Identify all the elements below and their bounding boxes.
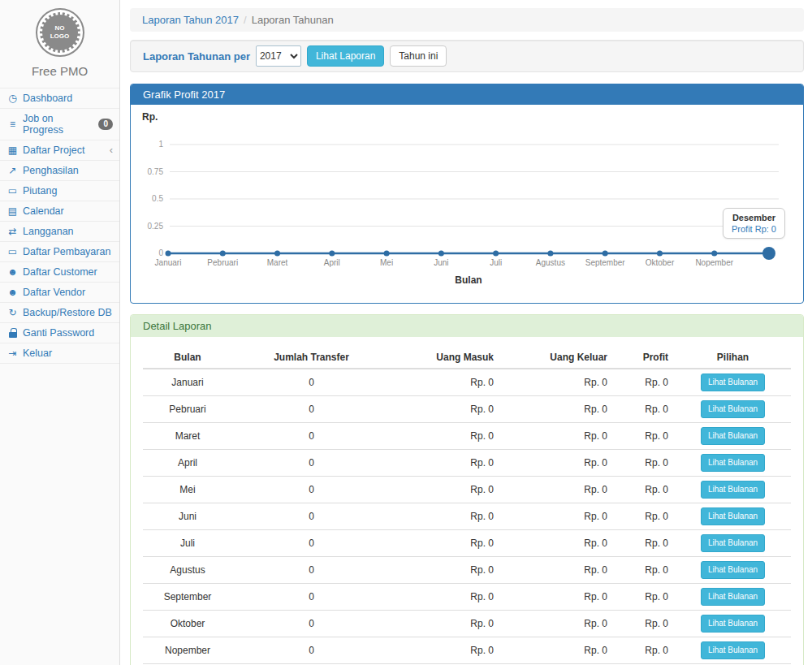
cell-uang-masuk: Rp. 0 (391, 423, 500, 450)
cell-pilihan: Lihat Bulanan (675, 396, 791, 423)
no-logo-badge: NO LOGO (40, 12, 80, 53)
sidebar-item-job-on-progress[interactable]: ≡Job on Progress0 (0, 108, 119, 140)
svg-text:0.5: 0.5 (152, 194, 163, 203)
lihat-laporan-button[interactable]: Lihat Laporan (307, 45, 384, 67)
lihat-bulanan-button[interactable]: Lihat Bulanan (701, 507, 765, 525)
sidebar-item-label: Ganti Password (23, 327, 113, 339)
table-row: Nopember0Rp. 0Rp. 0Rp. 0Lihat Bulanan (143, 637, 791, 664)
sidebar-item-label: Piutang (23, 185, 113, 196)
table-row: Juni0Rp. 0Rp. 0Rp. 0Lihat Bulanan (143, 503, 791, 530)
breadcrumb-link[interactable]: Laporan Tahun 2017 (142, 14, 239, 26)
cell-pilihan: Lihat Bulanan (675, 637, 791, 664)
lihat-bulanan-button[interactable]: Lihat Bulanan (701, 561, 765, 579)
count-badge: 0 (98, 119, 113, 130)
cell-uang-masuk: Rp. 0 (391, 530, 500, 557)
cell-uang-keluar: Rp. 0 (500, 396, 614, 423)
sidebar-item-piutang[interactable]: ▭Piutang (0, 180, 119, 201)
svg-text:0.75: 0.75 (148, 167, 164, 176)
column-header-jumlah-transfer: Jumlah Transfer (232, 347, 391, 369)
sidebar-item-calendar[interactable]: ▤Calendar (0, 201, 119, 221)
lihat-bulanan-button[interactable]: Lihat Bulanan (701, 641, 765, 659)
lihat-bulanan-button[interactable]: Lihat Bulanan (701, 374, 765, 391)
cell-uang-keluar: Rp. 0 (500, 584, 614, 611)
cell-pilihan: Lihat Bulanan (675, 369, 791, 396)
lihat-bulanan-button[interactable]: Lihat Bulanan (701, 615, 765, 633)
sidebar-item-label: Dashboard (23, 93, 113, 104)
lihat-bulanan-button[interactable]: Lihat Bulanan (701, 454, 765, 472)
cell-profit: Rp. 0 (614, 584, 675, 611)
refresh-icon: ↻ (6, 307, 19, 318)
year-select[interactable]: 2017 (256, 45, 301, 67)
table-row: Pebruari0Rp. 0Rp. 0Rp. 0Lihat Bulanan (143, 396, 791, 423)
table-row: April0Rp. 0Rp. 0Rp. 0Lihat Bulanan (143, 450, 791, 477)
cell-profit: Rp. 0 (614, 369, 675, 396)
cell-profit: Rp. 0 (614, 530, 675, 557)
lihat-bulanan-button[interactable]: Lihat Bulanan (701, 481, 765, 499)
cell-jumlah-transfer: 0 (232, 423, 391, 450)
money-icon: ▭ (6, 246, 19, 257)
sidebar-menu: ◷Dashboard≡Job on Progress0▦Daftar Proje… (0, 88, 119, 364)
svg-text:0: 0 (158, 248, 163, 257)
cell-jumlah-transfer: 0 (232, 450, 391, 477)
filter-label: Laporan Tahunan per (143, 50, 250, 63)
cell-jumlah-transfer: 0 (232, 503, 391, 530)
sidebar-item-daftar-pembayaran[interactable]: ▭Daftar Pembayaran (0, 241, 119, 261)
cell-profit: Rp. 0 (614, 477, 675, 503)
table-row: Oktober0Rp. 0Rp. 0Rp. 0Lihat Bulanan (143, 611, 791, 637)
table-row: Juli0Rp. 0Rp. 0Rp. 0Lihat Bulanan (143, 530, 791, 557)
svg-text:Bulan: Bulan (455, 274, 482, 286)
main-content: Laporan Tahun 2017/Laporan Tahunan Lapor… (120, 0, 812, 665)
sidebar-item-daftar-project[interactable]: ▦Daftar Project‹ (0, 140, 119, 160)
sidebar-item-keluar[interactable]: ⇥Keluar (0, 343, 119, 364)
cell-uang-masuk: Rp. 0 (391, 557, 500, 584)
sidebar-item-daftar-customer[interactable]: ☻Daftar Customer (0, 261, 119, 282)
tooltip-value: Profit Rp: 0 (732, 224, 776, 234)
cell-bulan: Juli (143, 530, 232, 557)
sidebar-item-backup-restore-db[interactable]: ↻Backup/Restore DB (0, 302, 119, 322)
cell-bulan: September (143, 584, 232, 611)
lihat-bulanan-button[interactable]: Lihat Bulanan (701, 534, 765, 552)
sidebar-item-langganan[interactable]: ⇄Langganan (0, 221, 119, 241)
cell-bulan: Juni (143, 503, 232, 530)
sidebar-item-label: Backup/Restore DB (23, 307, 113, 318)
sidebar-item-label: Calendar (23, 205, 113, 217)
tooltip-title: Desember (732, 213, 776, 222)
breadcrumb-separator: / (239, 14, 252, 26)
money-icon: ▭ (6, 185, 19, 196)
chevron-left-icon: ‹ (110, 145, 113, 155)
column-header-uang-keluar: Uang Keluar (500, 347, 614, 369)
cell-bulan: Agustus (143, 557, 232, 584)
sign-out-icon: ⇥ (6, 348, 19, 359)
tahun-ini-button[interactable]: Tahun ini (390, 45, 447, 67)
svg-text:Mei: Mei (380, 258, 393, 267)
sidebar-item-label: Penghasilan (23, 165, 113, 176)
sidebar: NO LOGO Free PMO ◷Dashboard≡Job on Progr… (0, 0, 120, 665)
cell-profit: Rp. 0 (614, 503, 675, 530)
profit-chart-svg: 10.750.50.250JanuariPebruariMaretAprilMe… (142, 126, 790, 288)
cell-pilihan: Lihat Bulanan (675, 477, 791, 503)
lihat-bulanan-button[interactable]: Lihat Bulanan (701, 427, 765, 445)
cell-jumlah-transfer: 0 (232, 369, 391, 396)
table-body: Januari0Rp. 0Rp. 0Rp. 0Lihat BulananPebr… (143, 369, 791, 665)
users-icon: ☻ (6, 287, 19, 298)
sidebar-item-dashboard[interactable]: ◷Dashboard (0, 88, 119, 108)
breadcrumb-active: Laporan Tahunan (252, 14, 334, 26)
report-table: BulanJumlah TransferUang MasukUang Kelua… (143, 347, 791, 665)
sidebar-item-penghasilan[interactable]: ↗Penghasilan (0, 160, 119, 180)
svg-text:Oktober: Oktober (646, 258, 675, 267)
cell-bulan: April (143, 450, 232, 477)
sidebar-item-label: Langganan (23, 226, 113, 237)
sidebar-item-label: Daftar Vendor (23, 287, 113, 298)
cell-uang-keluar: Rp. 0 (500, 530, 614, 557)
logo: NO LOGO (36, 8, 84, 57)
line-chart-icon: ↗ (6, 165, 19, 176)
lihat-bulanan-button[interactable]: Lihat Bulanan (701, 588, 765, 606)
column-header-profit: Profit (614, 347, 675, 369)
calendar-icon: ▤ (6, 205, 19, 217)
cell-pilihan: Lihat Bulanan (675, 450, 791, 477)
lihat-bulanan-button[interactable]: Lihat Bulanan (701, 400, 765, 418)
cell-uang-masuk: Rp. 0 (391, 584, 500, 611)
cell-uang-masuk: Rp. 0 (391, 477, 500, 503)
sidebar-item-daftar-vendor[interactable]: ☻Daftar Vendor (0, 282, 119, 302)
sidebar-item-ganti-password[interactable]: Ganti Password (0, 322, 119, 343)
